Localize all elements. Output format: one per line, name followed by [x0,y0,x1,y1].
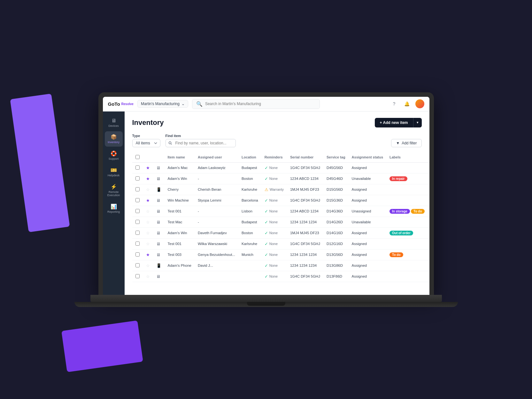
item-name-cell[interactable]: Test 001 [165,206,195,217]
row-checkbox[interactable] [135,209,140,213]
add-dropdown-button[interactable]: ▾ [413,118,422,127]
laptop-frame: GoTo Resolve Martin's Manufacturing ⌄ 🔍 … [74,92,458,307]
service-tag-cell: D15G56D [323,184,349,195]
table-header-row: Item name Assigned user Location Reminde… [132,152,429,163]
row-menu-cell[interactable]: ⋮ [428,217,429,227]
row-checkbox[interactable] [135,231,140,235]
item-name-cell[interactable] [165,271,195,282]
labels-cell [386,260,428,271]
row-menu-cell[interactable]: ⋮ [428,162,429,173]
labels-cell [386,238,428,249]
item-name-cell[interactable]: Adam's Win [165,227,195,238]
sidebar-item-reporting[interactable]: 📊 Reporting [105,201,123,216]
star-cell[interactable]: ☆ [143,227,153,238]
star-cell[interactable]: ☆ [143,206,153,217]
reminder-cell: ⚠Warranty [261,184,287,195]
service-tag-cell: D13G86D [323,260,349,271]
item-name-cell[interactable]: Adam's Mac [165,162,195,173]
assignment-status-cell: Unavailable [349,173,386,184]
row-menu-cell[interactable]: ⋮ [428,184,429,195]
main-area: 🖥 Devices 📦 Inventory 🛟 Support 🎫 [103,111,429,295]
org-selector[interactable]: Martin's Manufacturing ⌄ [137,100,188,108]
serial-number-cell: 1234 1234 1234 [287,217,323,227]
location-cell: Lisbon [238,206,261,217]
reminder-cell: ✓None [261,260,287,271]
goto-brand-text: GoTo [108,101,120,107]
row-checkbox[interactable] [135,198,140,202]
star-cell[interactable]: ☆ [143,217,153,227]
col-item-name: Item name [165,152,195,163]
row-menu-cell[interactable]: ⋮ [428,271,429,282]
star-cell[interactable]: ☆ [143,238,153,249]
assigned-user-cell: Daveth Furnadjev [195,227,238,238]
row-checkbox[interactable] [135,187,140,191]
sidebar-item-remote[interactable]: ⚡ Remote Execution [105,181,123,200]
user-avatar[interactable] [415,99,424,108]
search-input[interactable] [205,102,316,106]
item-name-cell[interactable]: Cherry [165,184,195,195]
sidebar: 🖥 Devices 📦 Inventory 🛟 Support 🎫 [103,111,125,295]
row-menu-cell[interactable]: ⋮ [428,227,429,238]
item-name-cell[interactable]: Win Machine [165,195,195,206]
sidebar-item-support[interactable]: 🛟 Support [105,148,123,163]
row-menu-cell[interactable]: ⋮ [428,173,429,184]
serial-number-cell: 1234 ABCD 1234 [287,206,323,217]
search-icon: 🔍 [196,101,203,107]
star-cell[interactable]: ★ [143,195,153,206]
row-checkbox[interactable] [135,242,140,246]
item-name-cell[interactable]: Test 003 [165,249,195,260]
item-name-cell[interactable]: Test 001 [165,238,195,249]
device-icon: 📱 [156,263,161,268]
labels-cell [386,217,428,227]
serial-number-cell: 1G4C DF34 5GHJ [287,271,323,282]
row-checkbox[interactable] [135,274,140,278]
location-cell [238,271,261,282]
star-cell[interactable]: ★ [143,162,153,173]
add-new-item-button[interactable]: + Add new item [375,118,413,127]
type-filter-select[interactable]: All items [132,139,160,147]
item-name-cell[interactable]: Adam's Phone [165,260,195,271]
star-cell[interactable]: ☆ [143,260,153,271]
row-checkbox[interactable] [135,165,140,170]
device-type-cell: 🖥 [153,227,165,238]
find-filter-label: Find item [166,134,236,138]
row-menu-cell[interactable]: ⋮ [428,206,429,217]
add-filter-button[interactable]: ▼ Add filter [391,139,421,147]
star-cell[interactable]: ☆ [143,184,153,195]
find-input[interactable] [166,139,236,147]
reminder-cell: ✓None [261,249,287,260]
serial-number-cell: 1G4C DF34 5GHJ [287,195,323,206]
select-all-checkbox[interactable] [135,155,140,159]
top-nav: GoTo Resolve Martin's Manufacturing ⌄ 🔍 … [103,97,429,111]
device-type-cell: 🖥 [153,206,165,217]
reminder-cell: ✓None [261,271,287,282]
row-menu-cell[interactable]: ⋮ [428,260,429,271]
reminder-check-icon: ✓ [265,209,268,214]
row-checkbox[interactable] [135,263,140,267]
item-name-cell[interactable]: Adam's Win [165,173,195,184]
sidebar-item-inventory[interactable]: 📦 Inventory [105,131,123,147]
reminder-check-icon: ✓ [265,242,268,246]
row-checkbox[interactable] [135,252,140,257]
star-cell[interactable]: ★ [143,173,153,184]
service-tag-cell: D12G16D [323,238,349,249]
sidebar-item-devices[interactable]: 🖥 Devices [105,115,123,130]
location-cell: Budapest [238,217,261,227]
notifications-button[interactable]: 🔔 [403,99,412,108]
row-menu-cell[interactable]: ⋮ [428,238,429,249]
item-name-cell[interactable]: Test Mac [165,217,195,227]
row-checkbox[interactable] [135,176,140,180]
labels-cell: In repair [386,173,428,184]
row-menu-cell[interactable]: ⋮ [428,195,429,206]
row-checkbox[interactable] [135,220,140,224]
type-filter-group: Type All items [132,134,160,147]
help-button[interactable]: ? [390,99,399,108]
table-row: ☆🖥Test 001Wilka WarszawskiKarlsruhe✓None… [132,238,429,249]
star-cell[interactable]: ★ [143,249,153,260]
labels-cell [386,162,428,173]
row-menu-cell[interactable]: ⋮ [428,249,429,260]
sidebar-item-helpdesk[interactable]: 🎫 Helpdesk [105,165,123,180]
col-location: Location [238,152,261,163]
reminder-cell: ✓None [261,173,287,184]
star-cell[interactable]: ☆ [143,271,153,282]
